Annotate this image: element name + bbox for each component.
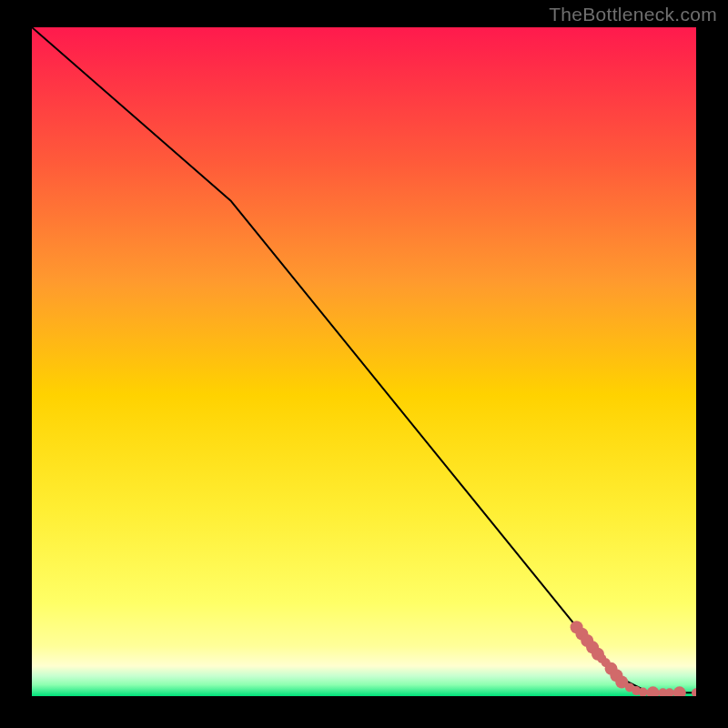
svg-point-17	[673, 686, 686, 696]
curve-line	[32, 27, 696, 693]
attribution-text: TheBottleneck.com	[549, 4, 717, 25]
marker-points	[571, 621, 696, 696]
chart-overlay	[32, 27, 696, 696]
svg-point-16	[665, 688, 674, 696]
svg-point-18	[692, 688, 696, 696]
chart-stage: TheBottleneck.com	[0, 0, 728, 728]
svg-point-14	[647, 686, 660, 696]
plot-area	[32, 27, 696, 696]
